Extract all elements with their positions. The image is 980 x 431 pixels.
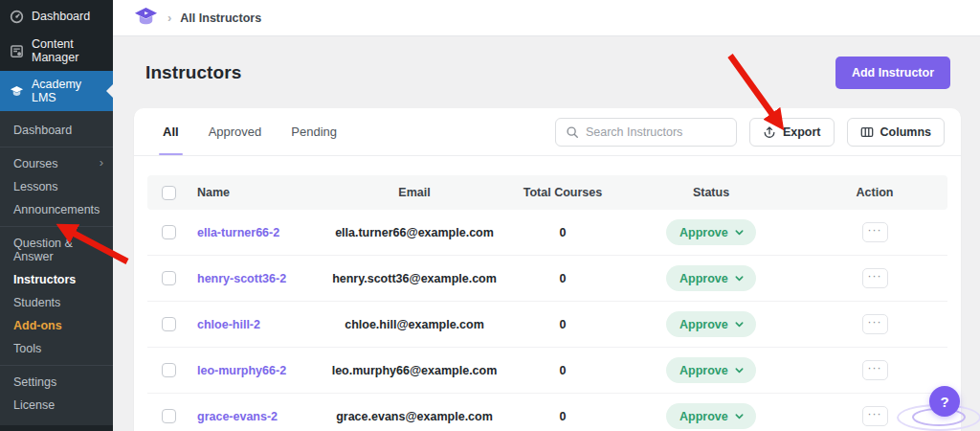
table-header: Name Email Total Courses Status Action xyxy=(147,175,947,210)
sidebar-item-academy-lms[interactable]: Academy LMS xyxy=(0,71,113,111)
export-label: Export xyxy=(783,125,821,139)
submenu-item-label: Lessons xyxy=(13,180,58,193)
sidebar-item-label: Content Manager xyxy=(32,37,107,64)
total-courses-value: 0 xyxy=(505,226,620,239)
instructors-table: Name Email Total Courses Status Action e… xyxy=(147,175,947,431)
tab-all[interactable]: All xyxy=(161,108,181,155)
instructor-email: leo.murphy66@example.com xyxy=(323,364,505,377)
tab-pending[interactable]: Pending xyxy=(289,108,339,155)
sidebar-item-instructors[interactable]: Instructors › xyxy=(0,268,113,291)
submenu-item-label: License xyxy=(13,398,55,412)
row-checkbox[interactable] xyxy=(162,317,176,331)
chevron-down-icon xyxy=(734,227,745,238)
column-header-total-courses: Total Courses xyxy=(505,186,620,199)
columns-icon xyxy=(860,125,874,139)
status-label: Approve xyxy=(679,364,728,377)
academy-lms-icon xyxy=(9,83,24,99)
card-toolbar: All Approved Pending Export xyxy=(134,108,961,156)
export-icon xyxy=(763,125,776,139)
column-header-action: Action xyxy=(802,186,947,199)
instructor-name-link[interactable]: leo-murphy66-2 xyxy=(197,364,286,377)
help-button[interactable]: ? xyxy=(929,386,960,417)
status-approve-dropdown[interactable]: Approve xyxy=(666,219,756,245)
sidebar-item-students[interactable]: Students › xyxy=(0,291,113,314)
status-label: Approve xyxy=(679,226,728,239)
status-approve-dropdown[interactable]: Approve xyxy=(666,403,756,429)
ellipsis-icon: ··· xyxy=(868,224,882,236)
search-box xyxy=(555,118,737,147)
total-courses-value: 0 xyxy=(505,364,620,377)
wp-admin-sidebar: Dashboard Content Manager Academy LMS Da… xyxy=(0,0,113,431)
content-manager-icon xyxy=(9,43,24,58)
ellipsis-icon: ··· xyxy=(868,270,882,282)
table-row: ella-turner66-2 ella.turner66@example.co… xyxy=(147,210,947,256)
sidebar-item-label: Dashboard xyxy=(32,10,90,23)
export-button[interactable]: Export xyxy=(749,118,835,147)
row-actions-button[interactable]: ··· xyxy=(862,222,888,242)
status-approve-dropdown[interactable]: Approve xyxy=(666,357,756,383)
status-label: Approve xyxy=(679,410,728,423)
sidebar-item-add-ons[interactable]: Add-ons › xyxy=(0,314,113,337)
total-courses-value: 0 xyxy=(505,410,620,423)
row-checkbox[interactable] xyxy=(162,271,176,285)
instructor-name-link[interactable]: ella-turner66-2 xyxy=(197,226,279,239)
status-approve-dropdown[interactable]: Approve xyxy=(666,311,756,337)
ellipsis-icon: ··· xyxy=(868,316,882,328)
column-header-name: Name xyxy=(189,186,323,199)
sidebar-item-courses[interactable]: Courses › xyxy=(0,152,113,175)
sidebar-item-question-answer[interactable]: Question & Answer › xyxy=(0,232,113,268)
submenu-item-label: Courses xyxy=(13,157,58,170)
sidebar-item-dashboard[interactable]: Dashboard › xyxy=(0,119,113,142)
breadcrumb-chevron-icon: › xyxy=(167,11,171,25)
page-title: Instructors xyxy=(145,62,241,83)
add-instructor-button[interactable]: Add Instructor xyxy=(835,57,950,89)
sidebar-item-announcements[interactable]: Announcements › xyxy=(0,198,113,221)
row-actions-button[interactable]: ··· xyxy=(862,314,888,334)
instructor-name-link[interactable]: henry-scott36-2 xyxy=(197,272,286,285)
breadcrumb-bar: › All Instructors xyxy=(113,0,980,36)
ellipsis-icon: ··· xyxy=(868,408,882,420)
row-actions-button[interactable]: ··· xyxy=(862,268,888,288)
table-body: ella-turner66-2 ella.turner66@example.co… xyxy=(147,210,947,431)
column-header-status: Status xyxy=(620,186,802,199)
columns-label: Columns xyxy=(880,125,931,139)
submenu-item-label: Dashboard xyxy=(13,124,72,137)
breadcrumb-page-label: All Instructors xyxy=(180,11,261,25)
table-row: henry-scott36-2 henry.scott36@example.co… xyxy=(147,256,947,302)
chevron-right-icon: › xyxy=(100,156,103,170)
sidebar-item-license[interactable]: License › xyxy=(0,394,113,417)
row-checkbox[interactable] xyxy=(162,363,176,377)
instructor-name-link[interactable]: grace-evans-2 xyxy=(197,410,278,423)
sidebar-item-tools[interactable]: Tools › xyxy=(0,337,113,360)
columns-button[interactable]: Columns xyxy=(847,118,945,147)
sidebar-item-dashboard[interactable]: Dashboard xyxy=(0,2,113,31)
column-header-email: Email xyxy=(323,186,505,199)
row-checkbox[interactable] xyxy=(162,409,176,423)
sidebar-item-content-manager[interactable]: Content Manager xyxy=(0,31,113,71)
chevron-down-icon xyxy=(734,319,745,329)
academy-lms-logo xyxy=(133,5,159,31)
search-icon xyxy=(566,125,579,139)
table-row: chloe-hill-2 chloe.hill@example.com 0 Ap… xyxy=(147,302,947,348)
status-approve-dropdown[interactable]: Approve xyxy=(666,265,756,291)
submenu-separator xyxy=(0,365,113,366)
row-actions-button[interactable]: ··· xyxy=(862,360,888,380)
row-checkbox[interactable] xyxy=(162,225,176,239)
chevron-down-icon xyxy=(734,365,745,375)
status-label: Approve xyxy=(679,272,728,285)
sidebar-item-settings[interactable]: Settings › xyxy=(0,371,113,394)
main-content: Instructors Add Instructor All Approved … xyxy=(113,36,980,431)
submenu-item-label: Question & Answer xyxy=(13,237,73,263)
total-courses-value: 0 xyxy=(505,272,620,285)
sidebar-item-lessons[interactable]: Lessons › xyxy=(0,175,113,198)
row-actions-button[interactable]: ··· xyxy=(862,406,888,426)
instructor-name-link[interactable]: chloe-hill-2 xyxy=(197,318,260,331)
table-row: leo-murphy66-2 leo.murphy66@example.com … xyxy=(147,348,947,394)
submenu-separator xyxy=(0,226,113,227)
search-input[interactable] xyxy=(586,125,726,139)
select-all-checkbox[interactable] xyxy=(162,186,176,200)
table-row: grace-evans-2 grace.evans@example.com 0 … xyxy=(147,394,947,431)
instructor-email: chloe.hill@example.com xyxy=(323,318,505,331)
total-courses-value: 0 xyxy=(505,318,620,331)
tab-approved[interactable]: Approved xyxy=(207,108,264,155)
